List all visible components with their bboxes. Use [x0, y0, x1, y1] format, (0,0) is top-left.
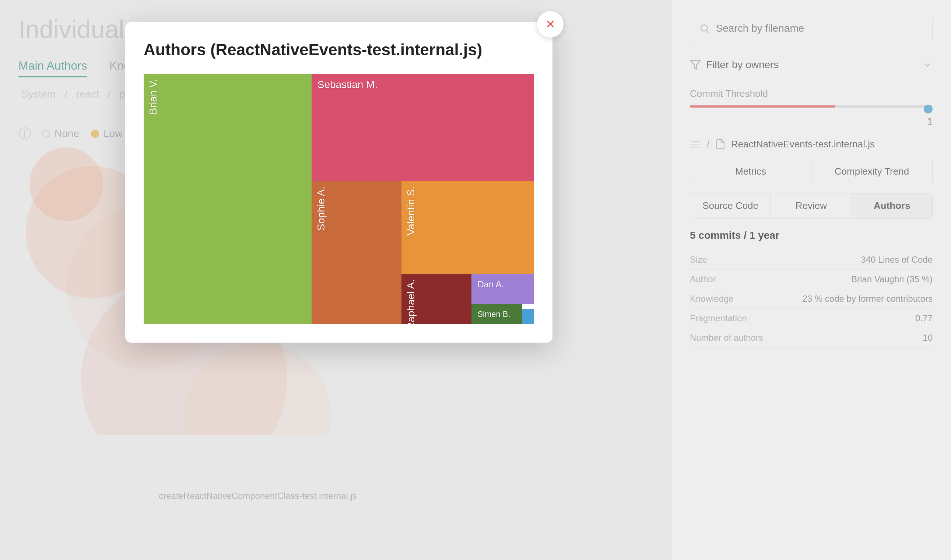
treemap-cell-sebastian: Sebastian M. — [312, 74, 534, 181]
treemap-label-valentin: Valentin S. — [402, 181, 421, 241]
treemap-label-simen: Simen B. — [471, 304, 516, 324]
treemap-cell-dan: Dan A. — [471, 274, 534, 304]
treemap-label-sebastian: Sebastian M. — [312, 74, 383, 96]
modal-close-button[interactable]: ✕ — [537, 11, 563, 38]
treemap-cell-brian: Brian V. — [144, 74, 312, 324]
treemap-cell-sophie: Sophie A. — [312, 181, 402, 324]
treemap-label-raphael: Raphael A. — [402, 274, 421, 324]
authors-modal: ✕ Authors (ReactNativeEvents-test.intern… — [125, 22, 552, 343]
treemap-cell-raphael: Raphael A. — [402, 274, 472, 324]
modal-title: Authors (ReactNativeEvents-test.internal… — [144, 40, 534, 59]
treemap-label-brian: Brian V. — [144, 74, 163, 120]
authors-treemap: Brian V. Sebastian M. Sophie A. Valentin… — [144, 74, 534, 324]
treemap-cell-small — [522, 309, 534, 324]
treemap-label-sophie: Sophie A. — [312, 181, 331, 236]
treemap-cell-simen: Simen B. — [471, 304, 522, 324]
treemap-cell-valentin: Valentin S. — [402, 181, 534, 274]
treemap-label-dan: Dan A. — [471, 274, 510, 295]
